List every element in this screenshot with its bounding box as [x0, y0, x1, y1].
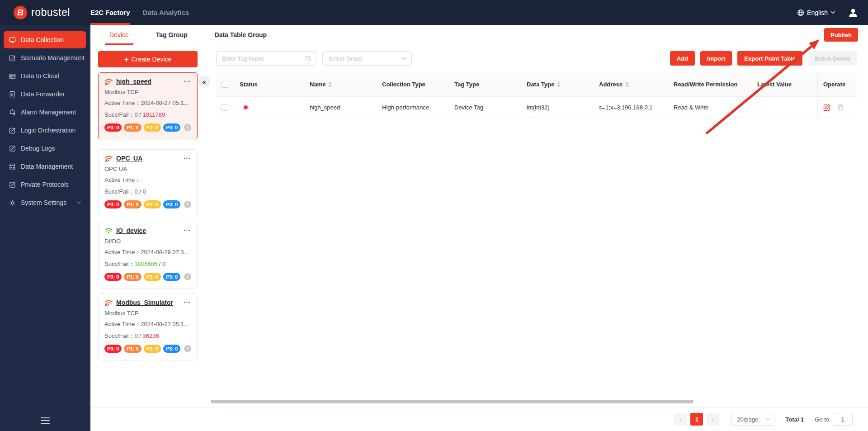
sidebar-item-logic-orchestration[interactable]: Logic Orchestration [0, 121, 90, 139]
device-card-high-speed[interactable]: high_speed ··· Modbus TCP Active Time：20… [98, 72, 198, 139]
create-device-button[interactable]: + Create Device [98, 51, 198, 67]
collapse-panel-button[interactable]: « [198, 76, 210, 88]
separator: / [138, 332, 143, 339]
user-avatar-icon[interactable] [848, 8, 858, 18]
edit-square-icon [9, 127, 16, 134]
database-gear-icon [9, 163, 16, 170]
sidebar-item-scenario-management[interactable]: Scenario Management [0, 49, 90, 67]
document-icon [9, 91, 16, 98]
priority-badge-p1: P1: 0 [124, 273, 141, 281]
group-select[interactable]: Select Group [322, 51, 412, 66]
page-size-select[interactable]: 20/page [731, 413, 774, 426]
sidebar-item-label: Data Collection [21, 36, 64, 43]
warning-icon[interactable]: ! [184, 201, 191, 208]
sidebar-item-alarm-management[interactable]: Alarm Management [0, 103, 90, 121]
status-dot [244, 105, 248, 109]
column-header-data-type[interactable]: Data Type [521, 81, 594, 88]
edit-icon[interactable] [823, 104, 831, 111]
more-actions-icon[interactable]: ··· [184, 301, 191, 304]
tab-device[interactable]: Device [109, 25, 129, 45]
search-icon[interactable] [305, 55, 311, 62]
device-card-opc-ua[interactable]: OPC_UA ··· OPC UA Active Time： Succ/Fail… [98, 149, 198, 216]
sidebar-item-label: Private Protocols [21, 181, 69, 188]
sidebar-item-data-collection[interactable]: Data Collection [4, 31, 86, 48]
nav-data-analytics[interactable]: Data Analytics [143, 0, 189, 25]
cell-data-type: int(int32) [521, 104, 594, 111]
publish-button[interactable]: Publish [824, 28, 858, 42]
priority-badge-p0: P0: 0 [104, 200, 122, 208]
sort-icon[interactable] [328, 82, 332, 87]
device-protocol: Modbus TCP [104, 310, 191, 317]
import-button[interactable]: Import [700, 51, 732, 66]
toolbar-buttons: Add Import Export Point Table Batch Dele… [670, 51, 857, 66]
top-nav: E2C Factory Data Analytics [90, 0, 189, 25]
search-input[interactable] [222, 55, 305, 62]
succ-value: 0 [134, 188, 137, 195]
nav-e2c-factory[interactable]: E2C Factory [90, 0, 130, 25]
batch-delete-button[interactable]: Batch Delete [808, 51, 857, 66]
device-card-modbus-simulator[interactable]: Modbus_Simulator ··· Modbus TCP Active T… [98, 294, 198, 360]
tab-tag-group[interactable]: Tag Group [156, 25, 188, 45]
bell-gear-icon [9, 109, 16, 116]
add-button[interactable]: Add [670, 51, 695, 66]
separator: / [138, 188, 143, 195]
sidebar-item-debug-logs[interactable]: Debug Logs [0, 139, 90, 157]
horizontal-scrollbar[interactable] [211, 400, 693, 403]
brand-text: robustel [31, 6, 70, 19]
sort-icon[interactable] [625, 82, 629, 87]
device-protocol: DI/DO [104, 238, 191, 245]
robustel-logo: B robustel [14, 6, 81, 19]
export-point-table-button[interactable]: Export Point Table [737, 51, 802, 66]
sidebar-item-data-forwarder[interactable]: Data Forwarder [0, 85, 90, 103]
more-actions-icon[interactable]: ··· [184, 80, 191, 83]
sidebar-item-data-management[interactable]: Data Management [0, 157, 90, 175]
device-name-link[interactable]: OPC_UA [116, 155, 142, 162]
succ-fail-label: Succ/Fail： [104, 188, 134, 195]
device-card-io-device[interactable]: IO_device ··· DI/DO Active Time：2024-08-… [98, 222, 198, 289]
sort-icon[interactable] [557, 82, 561, 87]
pagination-bar: ‹ 1 › 20/page Total 1 Go to [90, 407, 868, 431]
goto-page-input[interactable] [833, 413, 853, 426]
priority-badge-p2: P2: 0 [144, 345, 161, 353]
top-bar: B robustel E2C Factory Data Analytics En… [0, 0, 868, 25]
sidebar-item-system-settings[interactable]: System Settings [0, 194, 90, 212]
succ-fail-label: Succ/Fail： [104, 332, 134, 339]
device-name-link[interactable]: IO_device [116, 227, 146, 234]
wifi-status-icon [104, 299, 113, 306]
priority-badge-p3: P3: 0 [163, 345, 180, 353]
sidebar-item-private-protocols[interactable]: Private Protocols [0, 175, 90, 194]
column-header-name[interactable]: Name [304, 81, 377, 88]
plus-icon: + [124, 56, 129, 63]
sidebar-item-label: Data Management [21, 163, 73, 170]
prev-page-button[interactable]: ‹ [674, 413, 687, 426]
sidebar-collapse-toggle[interactable] [41, 416, 50, 426]
device-protocol: Modbus TCP [104, 89, 191, 95]
sidebar-item-label: System Settings [21, 199, 66, 206]
select-all-checkbox[interactable] [222, 81, 228, 88]
device-name-link[interactable]: Modbus_Simulator [116, 299, 173, 306]
warning-icon[interactable]: ! [184, 273, 191, 280]
chevron-down-icon [77, 201, 81, 204]
warning-icon[interactable]: ! [184, 124, 191, 131]
device-name-link[interactable]: high_speed [116, 78, 151, 85]
page-number-button[interactable]: 1 [690, 413, 703, 426]
sidebar-item-data-to-cloud[interactable]: Data to Cloud [0, 67, 90, 85]
column-header-latest-value: Latest Value [752, 81, 817, 88]
column-header-permission: Read/Write Permission [668, 81, 752, 88]
delete-icon[interactable] [837, 104, 844, 111]
sidebar-item-label: Scenario Management [21, 54, 85, 62]
priority-badge-p0: P0: 0 [104, 345, 122, 353]
tab-data-table-group[interactable]: Data Table Group [215, 25, 267, 45]
next-page-button[interactable]: › [707, 413, 719, 426]
column-header-collection-type: Collection Type [377, 81, 449, 88]
priority-badge-p0: P0: 0 [104, 273, 122, 281]
row-checkbox[interactable] [222, 104, 228, 111]
cell-permission: Read & Write [668, 104, 752, 111]
language-selector[interactable]: English [797, 9, 835, 16]
warning-icon[interactable]: ! [184, 345, 191, 352]
more-actions-icon[interactable]: ··· [184, 156, 191, 160]
priority-badge-p3: P3: 0 [163, 123, 180, 132]
main-content: Select Group Add Import Export Point Tab… [204, 45, 868, 407]
more-actions-icon[interactable]: ··· [184, 229, 191, 232]
column-header-address[interactable]: Address [594, 81, 668, 88]
